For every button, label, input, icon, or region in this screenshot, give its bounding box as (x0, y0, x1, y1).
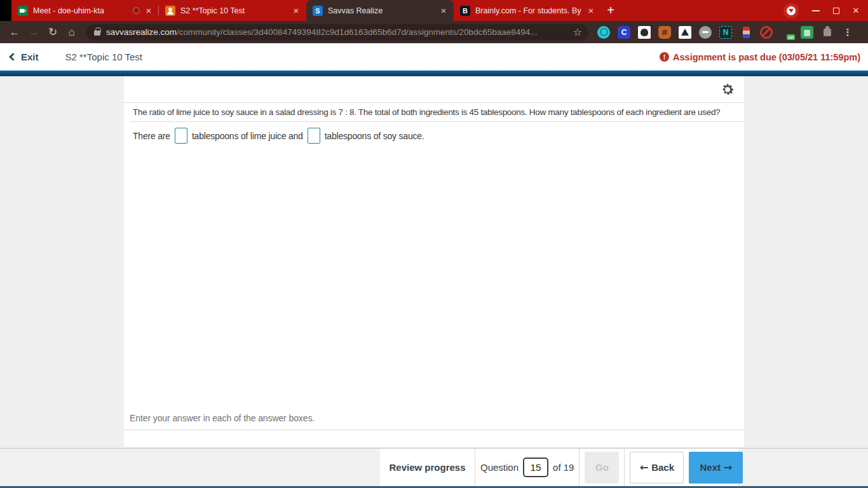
reload-icon[interactable]: ↻ (44, 24, 61, 41)
window-minimize-button[interactable] (812, 10, 820, 11)
savvas-favicon: S (313, 6, 323, 16)
navigation-footer: Review progress Question of 19 Go ← Back… (0, 448, 868, 486)
tab-close-icon[interactable]: × (144, 5, 154, 16)
answer-input-lime-juice[interactable] (175, 128, 187, 144)
answer-row: There are tablespoons of lime juice and … (124, 122, 744, 149)
new-tab-button[interactable]: + (601, 0, 620, 21)
review-progress-button[interactable]: Review progress (380, 449, 475, 486)
past-due-notice: ! Assignment is past due (03/05/21 11:59… (660, 52, 860, 62)
window-restore-button[interactable] (833, 8, 839, 14)
tab-close-icon[interactable]: × (291, 5, 301, 16)
chevron-left-icon (9, 53, 17, 61)
tab-title: Meet - doe-uhim-kta (33, 6, 130, 15)
fox-extension-icon[interactable] (658, 26, 671, 39)
back-arrow-icon: ← (640, 461, 648, 473)
assignment-title: S2 **Topic 10 Test (65, 51, 142, 62)
alert-icon: ! (660, 52, 669, 62)
question-text: The ratio of lime juice to soy sauce in … (133, 107, 735, 117)
instruction-row: Enter your answer in each of the answer … (124, 412, 744, 430)
tab-title: Savvas Realize (328, 6, 435, 15)
tab-brainly[interactable]: B Brainly.com - For students. By st × (454, 0, 601, 21)
panda-extension-icon[interactable] (638, 26, 651, 39)
browser-menu-icon[interactable]: ⋮ (841, 26, 854, 39)
window-corner (0, 0, 11, 21)
back-button[interactable]: ← Back (630, 452, 684, 484)
teal-orb-extension-icon[interactable] (597, 26, 610, 39)
question-label: Question (480, 462, 519, 473)
window-close-button[interactable]: × (853, 5, 859, 16)
n-clipper-extension-icon[interactable]: N (719, 26, 732, 39)
site-blocker-extension-icon[interactable] (760, 26, 773, 39)
url-path: /community/classes/3d4008474939482c9d1d6… (177, 27, 568, 37)
penguin-extension-icon[interactable] (679, 26, 691, 39)
past-due-text: Assignment is past due (03/05/21 11:59pm… (673, 52, 860, 62)
tab-close-icon[interactable]: × (586, 5, 596, 16)
forward-icon: → (25, 24, 42, 41)
c-extension-icon[interactable]: C (618, 26, 630, 39)
redirect-extension-icon[interactable]: on (780, 26, 793, 39)
question-row: The ratio of lime juice to soy sauce in … (130, 103, 744, 122)
lock-icon[interactable] (94, 30, 100, 36)
question-toolbar (124, 76, 744, 103)
brainly-favicon: B (460, 6, 470, 16)
browser-tab-strip: Meet - doe-uhim-kta × S2 **Topic 10 Test… (0, 0, 868, 21)
on-badge: on (787, 34, 795, 40)
answer-input-soy-sauce[interactable] (308, 128, 320, 144)
next-label: Next (700, 462, 721, 473)
tab-title: S2 **Topic 10 Test (180, 6, 287, 15)
bookmark-star-icon[interactable]: ☆ (573, 26, 582, 38)
question-panel: The ratio of lime juice to soy sauce in … (124, 76, 744, 447)
question-number-input[interactable] (523, 458, 548, 477)
back-icon[interactable]: ← (6, 24, 23, 41)
puzzle-extensions-icon[interactable] (821, 26, 834, 39)
exit-button[interactable]: Exit (21, 51, 39, 62)
savvas-class-icon (165, 6, 175, 16)
navigation-bar: Review progress Question of 19 Go ← Back… (380, 449, 738, 486)
settings-gear-icon[interactable] (720, 82, 735, 97)
tab-topic-test[interactable]: S2 **Topic 10 Test × (159, 0, 306, 21)
url-host: savvasrealize.com (106, 27, 177, 37)
divider (624, 449, 625, 486)
content-area: The ratio of lime juice to soy sauce in … (0, 76, 868, 448)
tab-title: Brainly.com - For students. By st (475, 6, 582, 15)
instruction-text: Enter your answer in each of the answer … (130, 413, 315, 423)
tab-meet[interactable]: Meet - doe-uhim-kta × (11, 0, 159, 21)
extensions-bar: C N on ▦ ⋮ (597, 26, 854, 39)
google-meet-icon (18, 6, 28, 16)
back-label: Back (651, 462, 674, 473)
go-button[interactable]: Go (585, 452, 619, 484)
next-button[interactable]: Next → (689, 452, 743, 484)
question-total-label: of 19 (553, 462, 574, 473)
home-icon[interactable]: ⌂ (64, 24, 80, 41)
browser-toolbar: ← → ↻ ⌂ savvasrealize.com /community/cla… (0, 21, 868, 43)
answer-prefix: There are (133, 131, 170, 141)
gray-minus-extension-icon[interactable] (699, 26, 712, 39)
address-bar[interactable]: savvasrealize.com /community/classes/3d4… (86, 24, 588, 41)
question-jump-group: Question of 19 (475, 449, 580, 486)
answer-suffix: tablespoons of soy sauce. (325, 131, 424, 141)
subject-color-bar (0, 71, 868, 76)
answer-mid: tablespoons of lime juice and (192, 131, 303, 141)
calculator-extension-icon[interactable]: ▦ (801, 26, 813, 39)
tab-close-icon[interactable]: × (438, 5, 449, 16)
recording-dot-icon (133, 7, 140, 14)
next-arrow-icon: → (724, 461, 732, 473)
assignment-header: Exit S2 **Topic 10 Test ! Assignment is … (0, 43, 868, 71)
tab-savvas-realize-active[interactable]: S Savvas Realize × (306, 0, 454, 21)
mario-extension-icon[interactable] (740, 26, 752, 39)
screen-record-icon[interactable] (783, 3, 799, 18)
